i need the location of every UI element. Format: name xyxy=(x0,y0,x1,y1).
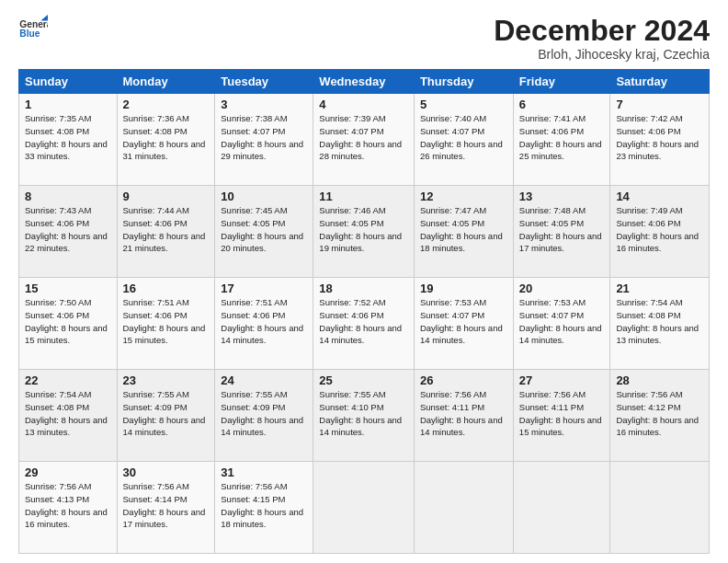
day-number: 6 xyxy=(519,98,605,111)
week-row-1: 1 Sunrise: 7:35 AMSunset: 4:08 PMDayligh… xyxy=(19,94,710,186)
calendar-cell: 5 Sunrise: 7:40 AMSunset: 4:07 PMDayligh… xyxy=(414,94,513,186)
calendar-cell: 14 Sunrise: 7:49 AMSunset: 4:06 PMDaylig… xyxy=(610,186,710,278)
day-number: 28 xyxy=(616,373,703,387)
day-number: 31 xyxy=(221,465,307,479)
day-info: Sunrise: 7:35 AMSunset: 4:08 PMDaylight:… xyxy=(25,112,111,163)
header-row: Sunday Monday Tuesday Wednesday Thursday… xyxy=(19,70,710,94)
day-info: Sunrise: 7:56 AMSunset: 4:14 PMDaylight:… xyxy=(123,480,210,531)
day-info: Sunrise: 7:55 AMSunset: 4:10 PMDaylight:… xyxy=(319,388,408,439)
day-info: Sunrise: 7:41 AMSunset: 4:06 PMDaylight:… xyxy=(519,112,605,163)
header: General Blue December 2024 Brloh, Jihoce… xyxy=(18,15,710,62)
day-info: Sunrise: 7:56 AMSunset: 4:15 PMDaylight:… xyxy=(221,480,307,531)
col-friday: Friday xyxy=(513,70,610,94)
day-info: Sunrise: 7:54 AMSunset: 4:08 PMDaylight:… xyxy=(616,296,703,347)
col-saturday: Saturday xyxy=(610,70,710,94)
day-number: 26 xyxy=(420,373,507,387)
day-number: 14 xyxy=(616,190,703,203)
calendar-cell: 12 Sunrise: 7:47 AMSunset: 4:05 PMDaylig… xyxy=(414,186,513,278)
day-number: 29 xyxy=(25,465,111,479)
calendar-cell: 10 Sunrise: 7:45 AMSunset: 4:05 PMDaylig… xyxy=(215,186,313,278)
day-info: Sunrise: 7:53 AMSunset: 4:07 PMDaylight:… xyxy=(420,296,507,347)
week-row-2: 8 Sunrise: 7:43 AMSunset: 4:06 PMDayligh… xyxy=(19,186,710,278)
calendar-cell xyxy=(610,462,710,554)
calendar-cell: 13 Sunrise: 7:48 AMSunset: 4:05 PMDaylig… xyxy=(513,186,610,278)
day-info: Sunrise: 7:48 AMSunset: 4:05 PMDaylight:… xyxy=(519,204,605,255)
calendar-cell: 15 Sunrise: 7:50 AMSunset: 4:06 PMDaylig… xyxy=(19,278,118,370)
calendar-cell: 28 Sunrise: 7:56 AMSunset: 4:12 PMDaylig… xyxy=(610,370,710,462)
day-info: Sunrise: 7:55 AMSunset: 4:09 PMDaylight:… xyxy=(221,388,307,439)
day-info: Sunrise: 7:38 AMSunset: 4:07 PMDaylight:… xyxy=(221,112,307,163)
day-info: Sunrise: 7:47 AMSunset: 4:05 PMDaylight:… xyxy=(420,204,507,255)
calendar-cell: 11 Sunrise: 7:46 AMSunset: 4:05 PMDaylig… xyxy=(313,186,415,278)
col-thursday: Thursday xyxy=(414,70,513,94)
day-number: 17 xyxy=(221,282,307,295)
week-row-3: 15 Sunrise: 7:50 AMSunset: 4:06 PMDaylig… xyxy=(19,278,710,370)
col-tuesday: Tuesday xyxy=(215,70,313,94)
day-number: 30 xyxy=(123,465,210,479)
calendar-cell: 7 Sunrise: 7:42 AMSunset: 4:06 PMDayligh… xyxy=(610,94,710,186)
calendar-cell xyxy=(513,462,610,554)
svg-marker-2 xyxy=(40,15,48,20)
calendar-cell: 18 Sunrise: 7:52 AMSunset: 4:06 PMDaylig… xyxy=(313,278,415,370)
calendar-cell: 3 Sunrise: 7:38 AMSunset: 4:07 PMDayligh… xyxy=(215,94,313,186)
day-number: 15 xyxy=(25,282,111,295)
calendar-cell: 21 Sunrise: 7:54 AMSunset: 4:08 PMDaylig… xyxy=(610,278,710,370)
day-number: 25 xyxy=(319,373,408,387)
day-info: Sunrise: 7:46 AMSunset: 4:05 PMDaylight:… xyxy=(319,204,408,255)
col-sunday: Sunday xyxy=(19,70,118,94)
page: General Blue December 2024 Brloh, Jihoce… xyxy=(0,0,728,563)
calendar-cell: 24 Sunrise: 7:55 AMSunset: 4:09 PMDaylig… xyxy=(215,370,313,462)
day-info: Sunrise: 7:54 AMSunset: 4:08 PMDaylight:… xyxy=(25,388,111,439)
calendar-cell xyxy=(414,462,513,554)
calendar-cell: 9 Sunrise: 7:44 AMSunset: 4:06 PMDayligh… xyxy=(117,186,215,278)
day-number: 27 xyxy=(519,373,605,387)
day-number: 22 xyxy=(25,373,111,387)
logo-icon: General Blue xyxy=(18,15,48,44)
day-info: Sunrise: 7:52 AMSunset: 4:06 PMDaylight:… xyxy=(319,296,408,347)
calendar-cell: 23 Sunrise: 7:55 AMSunset: 4:09 PMDaylig… xyxy=(117,370,215,462)
calendar-cell: 19 Sunrise: 7:53 AMSunset: 4:07 PMDaylig… xyxy=(414,278,513,370)
calendar-cell: 1 Sunrise: 7:35 AMSunset: 4:08 PMDayligh… xyxy=(19,94,118,186)
day-number: 10 xyxy=(221,190,307,203)
day-info: Sunrise: 7:51 AMSunset: 4:06 PMDaylight:… xyxy=(221,296,307,347)
calendar-cell: 4 Sunrise: 7:39 AMSunset: 4:07 PMDayligh… xyxy=(313,94,415,186)
day-info: Sunrise: 7:56 AMSunset: 4:11 PMDaylight:… xyxy=(519,388,605,439)
day-info: Sunrise: 7:55 AMSunset: 4:09 PMDaylight:… xyxy=(123,388,210,439)
calendar-cell: 17 Sunrise: 7:51 AMSunset: 4:06 PMDaylig… xyxy=(215,278,313,370)
day-number: 12 xyxy=(420,190,507,203)
day-info: Sunrise: 7:51 AMSunset: 4:06 PMDaylight:… xyxy=(123,296,210,347)
col-wednesday: Wednesday xyxy=(313,70,415,94)
title-block: December 2024 Brloh, Jihocesky kraj, Cze… xyxy=(494,15,710,62)
day-number: 1 xyxy=(25,98,111,111)
calendar-cell: 2 Sunrise: 7:36 AMSunset: 4:08 PMDayligh… xyxy=(117,94,215,186)
day-number: 23 xyxy=(123,373,210,387)
day-number: 13 xyxy=(519,190,605,203)
day-number: 20 xyxy=(519,282,605,295)
day-info: Sunrise: 7:42 AMSunset: 4:06 PMDaylight:… xyxy=(616,112,703,163)
calendar-cell: 20 Sunrise: 7:53 AMSunset: 4:07 PMDaylig… xyxy=(513,278,610,370)
day-info: Sunrise: 7:36 AMSunset: 4:08 PMDaylight:… xyxy=(123,112,210,163)
day-number: 11 xyxy=(319,190,408,203)
page-subtitle: Brloh, Jihocesky kraj, Czechia xyxy=(494,47,710,62)
day-info: Sunrise: 7:45 AMSunset: 4:05 PMDaylight:… xyxy=(221,204,307,255)
day-number: 24 xyxy=(221,373,307,387)
day-number: 7 xyxy=(616,98,703,111)
calendar-table: Sunday Monday Tuesday Wednesday Thursday… xyxy=(18,69,710,554)
day-number: 8 xyxy=(25,190,111,203)
calendar-cell: 29 Sunrise: 7:56 AMSunset: 4:13 PMDaylig… xyxy=(19,462,118,554)
day-number: 9 xyxy=(123,190,210,203)
day-info: Sunrise: 7:49 AMSunset: 4:06 PMDaylight:… xyxy=(616,204,703,255)
day-number: 21 xyxy=(616,282,703,295)
week-row-4: 22 Sunrise: 7:54 AMSunset: 4:08 PMDaylig… xyxy=(19,370,710,462)
svg-text:Blue: Blue xyxy=(19,29,40,39)
calendar-cell: 16 Sunrise: 7:51 AMSunset: 4:06 PMDaylig… xyxy=(117,278,215,370)
day-number: 16 xyxy=(123,282,210,295)
day-number: 19 xyxy=(420,282,507,295)
day-info: Sunrise: 7:44 AMSunset: 4:06 PMDaylight:… xyxy=(123,204,210,255)
week-row-5: 29 Sunrise: 7:56 AMSunset: 4:13 PMDaylig… xyxy=(19,462,710,554)
day-number: 2 xyxy=(123,98,210,111)
day-number: 18 xyxy=(319,282,408,295)
day-info: Sunrise: 7:43 AMSunset: 4:06 PMDaylight:… xyxy=(25,204,111,255)
col-monday: Monday xyxy=(117,70,215,94)
day-info: Sunrise: 7:39 AMSunset: 4:07 PMDaylight:… xyxy=(319,112,408,163)
